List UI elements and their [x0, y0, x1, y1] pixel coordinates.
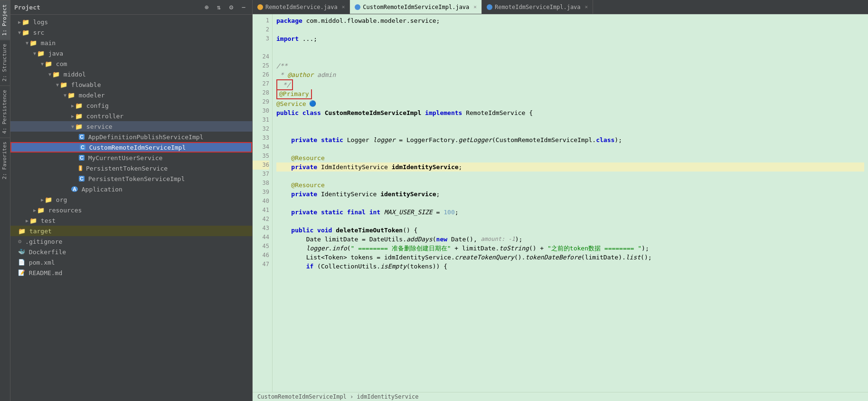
tab-custom-remote-idm[interactable]: CustomRemoteIdmServiceImpl.java ✕ [350, 0, 482, 14]
tree-item-java[interactable]: ▼ 📁 java [10, 48, 252, 58]
code-line-47: if (CollectionUtils.isEmpty(tokens)) { [276, 262, 864, 271]
code-line-41: private static final int MAX_USER_SIZE =… [276, 208, 864, 217]
code-line-1: package com.middol.flowable.modeler.serv… [276, 16, 864, 25]
tab-close-remote-idm[interactable]: ✕ [342, 4, 345, 10]
tab-bar: RemoteIdmService.java ✕ CustomRemoteIdmS… [253, 0, 868, 14]
tree-item-logs[interactable]: ▶ 📁 logs [10, 17, 252, 27]
tree-item-gitignore[interactable]: ⚙ .gitignore [10, 236, 252, 247]
tab-icon-orange [257, 4, 263, 10]
sidebar-tab-structure[interactable]: 2: Structure [0, 39, 10, 85]
tree-item-config[interactable]: ▶ 📁 config [10, 100, 252, 111]
tab-close-custom-remote[interactable]: ✕ [473, 4, 477, 10]
code-line-38: @Resource [276, 181, 864, 190]
locate-icon[interactable]: ⊕ [202, 2, 211, 12]
code-line-2 [276, 25, 864, 34]
tree-item-application[interactable]: A Application [10, 184, 252, 194]
code-line-31 [276, 117, 864, 126]
tab-label-remote-idm: RemoteIdmService.java [265, 4, 338, 10]
line-numbers: 1 2 3 . 24 25 26 27 28 29 30 31 32 33 34… [253, 14, 273, 392]
tree-item-resources[interactable]: ▶ 📁 resources [10, 205, 252, 215]
tree-item-service[interactable]: ▼ 📁 service [10, 121, 252, 132]
sidebar-tab-project[interactable]: 1: Project [0, 0, 10, 39]
tree-item-flowable[interactable]: ▼ 📁 flowable [10, 79, 252, 90]
tree-item-test[interactable]: ▶ 📁 test [10, 215, 252, 226]
code-line-46: List<Token> tokens = idmIdentityService.… [276, 253, 864, 262]
tab-remote-idm-service[interactable]: RemoteIdmService.java ✕ [253, 0, 350, 14]
code-line-32 [276, 126, 864, 135]
code-line-45: logger.info(" ======== 准备删除创建日期在" + limi… [276, 244, 864, 253]
panel-title: Project [14, 4, 199, 11]
file-tree: ▶ 📁 logs ▼ 📁 src ▼ 📁 main ▼ 📁 java ▼ 📁 c… [10, 15, 252, 401]
code-line-26: * @author admin [276, 70, 864, 79]
sidebar-tab-favorites[interactable]: 2: Favorites [0, 137, 10, 183]
code-line-43: public void deleteTimeOutToken() { [276, 226, 864, 235]
tab-label-remote-impl: RemoteIdmServiceImpl.java [495, 4, 581, 10]
tree-item-com[interactable]: ▼ 📁 com [10, 58, 252, 69]
tree-item-pom[interactable]: 📄 pom.xml [10, 257, 252, 267]
editor-area: RemoteIdmService.java ✕ CustomRemoteIdmS… [253, 0, 868, 401]
code-line-33: private static Logger logger = LoggerFac… [276, 135, 864, 144]
code-line-24 [276, 52, 864, 61]
settings-icon[interactable]: ⚙ [226, 2, 236, 12]
tab-icon-blue-1 [355, 4, 360, 10]
tree-item-middol[interactable]: ▼ 📁 middol [10, 69, 252, 79]
code-line-gap [276, 43, 864, 52]
code-line-3: import ...; [276, 34, 864, 43]
sort-icon[interactable]: ⇅ [214, 2, 224, 12]
tree-item-appdefinition[interactable]: C AppDefinitionPublishServiceImpl [10, 132, 252, 142]
code-line-27: */ [276, 79, 864, 90]
tab-close-remote-impl[interactable]: ✕ [585, 4, 588, 10]
tree-item-persistent-token-service[interactable]: I PersistentTokenService [10, 163, 252, 173]
code-line-25: /** [276, 61, 864, 70]
code-line-34 [276, 144, 864, 153]
code-area: 1 2 3 . 24 25 26 27 28 29 30 31 32 33 34… [253, 14, 868, 392]
tree-item-persistent-token-impl[interactable]: C PersistentTokenServiceImpl [10, 173, 252, 184]
tree-item-custom-remote-idm[interactable]: C CustomRemoteIdmServiceImpl [10, 142, 252, 153]
tree-item-readme[interactable]: 📝 README.md [10, 267, 252, 278]
minimize-icon[interactable]: − [239, 2, 248, 12]
tab-remote-idm-impl[interactable]: RemoteIdmServiceImpl.java ✕ [482, 0, 593, 14]
code-line-30: public class CustomRemoteIdmServiceImpl … [276, 108, 864, 117]
tree-item-dockerfile[interactable]: 🐳 Dockerfile [10, 247, 252, 257]
code-line-28: @Primary [276, 90, 864, 99]
panel-header: Project ⊕ ⇅ ⚙ − [10, 0, 252, 15]
code-line-40 [276, 199, 864, 208]
code-line-42 [276, 217, 864, 226]
breadcrumb-bar: CustomRemoteIdmServiceImpl › idmIdentity… [253, 392, 868, 401]
sidebar-tab-persistence[interactable]: 4: Persistence [0, 86, 10, 138]
code-line-29: @Service 🔵 [276, 99, 864, 108]
project-panel: Project ⊕ ⇅ ⚙ − ▶ 📁 logs ▼ 📁 src ▼ 📁 mai… [10, 0, 253, 401]
vertical-sidebar-tabs: 1: Project 2: Structure 4: Persistence 2… [0, 0, 10, 401]
tab-label-custom-remote: CustomRemoteIdmServiceImpl.java [363, 4, 469, 10]
tree-item-src[interactable]: ▼ 📁 src [10, 27, 252, 38]
code-content[interactable]: package com.middol.flowable.modeler.serv… [273, 14, 868, 392]
code-line-44: Date limitDate = DateUtils.addDays(new D… [276, 235, 864, 244]
tree-item-controller[interactable]: ▶ 📁 controller [10, 111, 252, 121]
tree-item-main[interactable]: ▼ 📁 main [10, 38, 252, 48]
tree-item-modeler[interactable]: ▼ 📁 modeler [10, 90, 252, 100]
tab-icon-blue-2 [487, 4, 492, 10]
code-line-35: @Resource [276, 153, 864, 162]
tree-item-target[interactable]: 📁 target [10, 226, 252, 236]
code-line-39: private IdentityService identityService; [276, 190, 864, 199]
tree-item-org[interactable]: ▶ 📁 org [10, 194, 252, 205]
code-line-37 [276, 172, 864, 181]
tree-item-my-current-user[interactable]: C MyCurrentUserService [10, 153, 252, 163]
code-line-36: private IdmIdentityService idmIdentitySe… [276, 162, 864, 172]
breadcrumb: CustomRemoteIdmServiceImpl › idmIdentity… [257, 393, 419, 400]
